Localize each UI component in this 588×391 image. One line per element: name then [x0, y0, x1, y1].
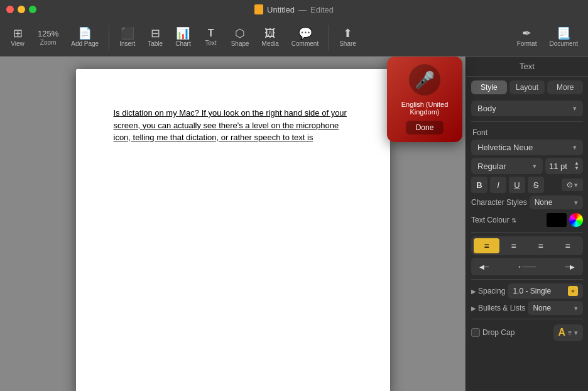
italic-button[interactable]: I: [490, 177, 506, 193]
spacing-dropdown[interactable]: 1.0 - Single ≡: [508, 284, 583, 299]
drop-cap-preview-icon: A: [558, 327, 566, 338]
spacing-row[interactable]: ▶ Spacing 1.0 - Single ≡: [471, 284, 583, 299]
font-family-chevron: ▾: [573, 143, 577, 151]
align-center-button[interactable]: ≡: [501, 238, 526, 253]
toolbar-document-label: Document: [549, 40, 578, 47]
tab-style[interactable]: Style: [471, 80, 507, 94]
strikethrough-button[interactable]: S: [528, 177, 544, 193]
toolbar-share[interactable]: ⬆ Share: [334, 25, 361, 50]
bullets-value: None: [533, 304, 551, 312]
bullets-label: ▶ Bullets & Lists: [471, 304, 525, 312]
toolbar-add-page[interactable]: 📄 Add Page: [66, 25, 104, 50]
add-page-icon: 📄: [78, 28, 92, 39]
text-panel: Text Style Layout More Body ▾ Font Helve…: [466, 57, 588, 391]
bullets-chevron: ▾: [574, 304, 578, 312]
font-size-stepper[interactable]: ▲ ▼: [574, 161, 579, 171]
document-text[interactable]: Is dictation on my Mac? If you look on t…: [114, 107, 352, 144]
toolbar: ⊞ View 125% Zoom 📄 Add Page ⬛ Insert ⊟ T…: [0, 19, 588, 57]
indent-decrease-button[interactable]: ◀─: [474, 260, 494, 273]
text-colour-swatch[interactable]: [547, 213, 567, 227]
tab-more[interactable]: More: [547, 80, 583, 94]
toolbar-insert-label: Insert: [119, 40, 135, 47]
text-style-buttons: B I U S ⊙ ▾: [471, 177, 583, 193]
bullets-dropdown[interactable]: None ▾: [528, 301, 583, 315]
toolbar-text-label: Text: [205, 40, 216, 47]
indent-increase-button[interactable]: ─▶: [560, 260, 580, 273]
align-left-button[interactable]: ≡: [474, 238, 499, 253]
char-styles-chevron: ▾: [574, 199, 578, 207]
spacing-label: ▶ Spacing: [471, 287, 505, 295]
text-more-button[interactable]: ⊙ ▾: [562, 179, 583, 191]
main-area: Is dictation on my Mac? If you look on t…: [0, 57, 588, 391]
drop-cap-checkbox[interactable]: [471, 328, 480, 337]
toolbar-comment[interactable]: 💬 Comment: [286, 25, 324, 50]
toolbar-comment-label: Comment: [291, 40, 318, 47]
close-button[interactable]: [6, 6, 14, 13]
shape-icon: ⬡: [235, 28, 245, 39]
drop-cap-label: Drop Cap: [482, 328, 551, 337]
toolbar-insert[interactable]: ⬛ Insert: [114, 25, 140, 50]
font-style-value: Regular: [477, 162, 506, 171]
font-size-value: 11 pt: [549, 162, 567, 171]
toolbar-separator-1: [109, 25, 109, 50]
character-styles-value: None: [535, 198, 553, 207]
underline-button[interactable]: U: [509, 177, 525, 193]
divider-3: [471, 279, 583, 280]
toolbar-view[interactable]: ⊞ View: [5, 25, 30, 50]
text-colour-row: Text Colour ⇅: [471, 213, 583, 227]
zoom-icon: 125%: [38, 30, 58, 38]
toolbar-shape-label: Shape: [231, 40, 249, 47]
paragraph-style-dropdown[interactable]: Body ▾: [471, 101, 583, 116]
divider-1: [471, 121, 583, 122]
toolbar-format[interactable]: ✒ Format: [512, 25, 542, 50]
toolbar-format-label: Format: [517, 40, 537, 47]
document-page[interactable]: Is dictation on my Mac? If you look on t…: [76, 69, 390, 391]
toolbar-text[interactable]: T Text: [199, 26, 224, 49]
text-colour-chevron: ⇅: [511, 217, 516, 224]
drop-cap-chevron: ▾: [574, 329, 578, 337]
dictation-overlay: 🎤 English (United Kingdom) Done: [387, 57, 462, 142]
toolbar-shape[interactable]: ⬡ Shape: [226, 25, 254, 50]
color-wheel-button[interactable]: [569, 213, 583, 227]
comment-icon: 💬: [298, 28, 312, 39]
text-icon: T: [208, 28, 214, 38]
drop-cap-preview[interactable]: A ≡ ▾: [553, 324, 583, 341]
font-style-dropdown[interactable]: Regular ▾: [471, 158, 543, 174]
font-size-control[interactable]: 11 pt ▲ ▼: [545, 158, 583, 174]
window-title-area: Untitled — Edited: [254, 4, 334, 14]
minimize-button[interactable]: [18, 6, 25, 13]
character-styles-label: Character Styles: [471, 198, 527, 207]
paragraph-style-chevron: ▾: [573, 104, 577, 113]
media-icon: 🖼: [264, 28, 276, 39]
font-size-down[interactable]: ▼: [574, 166, 579, 171]
panel-tabs: Style Layout More: [466, 77, 588, 98]
tab-layout[interactable]: Layout: [509, 80, 545, 94]
spacing-icon: ≡: [568, 286, 578, 296]
document-icon: [254, 4, 263, 14]
align-justify-button[interactable]: ≡: [555, 238, 580, 253]
titlebar: Untitled — Edited: [0, 0, 588, 19]
edited-status: Edited: [310, 5, 334, 14]
align-right-button[interactable]: ≡: [528, 238, 553, 253]
toolbar-separator-2: [329, 25, 329, 50]
toolbar-chart[interactable]: 📊 Chart: [170, 25, 195, 50]
bold-button[interactable]: B: [471, 177, 487, 193]
maximize-button[interactable]: [29, 6, 36, 13]
share-icon: ⬆: [343, 28, 352, 39]
toolbar-media[interactable]: 🖼 Media: [257, 25, 284, 50]
font-family-dropdown[interactable]: Helvetica Neue ▾: [471, 140, 583, 155]
dictation-done-button[interactable]: Done: [406, 121, 444, 135]
toolbar-table[interactable]: ⊟ Table: [143, 25, 168, 50]
divider-4: [471, 319, 583, 319]
dictation-language: English (United Kingdom): [395, 101, 455, 116]
mic-button[interactable]: 🎤: [409, 64, 440, 96]
view-icon: ⊞: [13, 28, 23, 39]
edited-label: —: [298, 5, 307, 14]
toolbar-add-page-label: Add Page: [71, 40, 99, 47]
alignment-row: ≡ ≡ ≡ ≡: [471, 236, 583, 255]
drop-cap-lines-icon: ≡: [568, 329, 572, 336]
toolbar-zoom[interactable]: 125% Zoom: [33, 27, 63, 48]
character-styles-dropdown[interactable]: None ▾: [530, 196, 583, 209]
toolbar-document[interactable]: 📃 Document: [544, 25, 583, 50]
document-toolbar-icon: 📃: [557, 28, 570, 39]
